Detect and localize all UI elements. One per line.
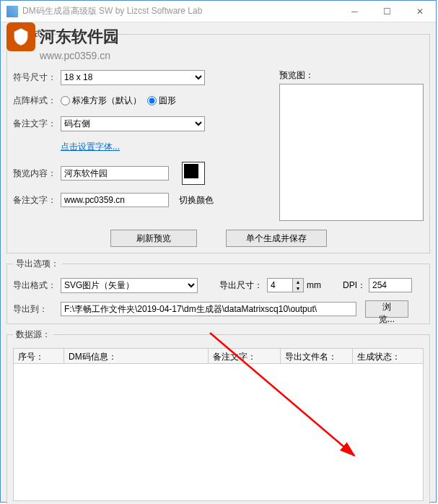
col-info: DM码信息： — [64, 349, 209, 363]
style-section: 码样式： 符号尺寸： 18 x 18 点阵样式： 标准方形（默认） 圆形 — [6, 28, 430, 253]
dpi-input[interactable] — [369, 278, 412, 292]
window-controls: ─ ☐ ✕ — [338, 1, 436, 22]
export-size-spinner[interactable]: ▲▼ — [267, 278, 304, 292]
symbol-size-label: 符号尺寸： — [13, 71, 61, 84]
titlebar: DM码生成器高级版 SW by Lizcst Software Lab ─ ☐ … — [1, 1, 436, 22]
note-position-label: 备注文字： — [13, 118, 61, 130]
close-button[interactable]: ✕ — [403, 1, 436, 22]
color-toggle[interactable] — [182, 162, 205, 185]
spinner-down-icon[interactable]: ▼ — [293, 285, 303, 292]
watermark-url: www.pc0359.cn — [40, 50, 110, 61]
dot-style-label: 点阵样式： — [13, 95, 61, 107]
watermark: 河东软件园 — [6, 22, 119, 51]
radio-circle[interactable]: 圆形 — [147, 95, 176, 107]
radio-square[interactable]: 标准方形（默认） — [61, 95, 141, 107]
export-size-label: 导出尺寸： — [219, 279, 267, 292]
minimize-button[interactable]: ─ — [338, 1, 371, 22]
app-icon — [6, 6, 18, 17]
export-format-label: 导出格式： — [13, 279, 61, 292]
spinner-up-icon[interactable]: ▲ — [293, 279, 303, 285]
watermark-text: 河东软件园 — [40, 26, 119, 48]
data-legend: 数据源： — [13, 329, 53, 341]
watermark-icon — [6, 22, 35, 51]
export-format-select[interactable]: SVG图片（矢量） — [61, 278, 198, 293]
table-body[interactable] — [13, 364, 424, 501]
browse-button[interactable]: 浏览... — [365, 300, 408, 318]
preview-label: 预览图： — [279, 69, 424, 82]
refresh-preview-button[interactable]: 刷新预览 — [110, 230, 197, 247]
export-path-input[interactable] — [61, 302, 356, 316]
dpi-label: DPI： — [343, 279, 369, 292]
save-single-button[interactable]: 单个生成并保存 — [226, 230, 327, 247]
col-seq: 序号： — [14, 349, 64, 363]
preview-content-label: 预览内容： — [13, 168, 61, 180]
data-source-section: 数据源： 序号： DM码信息： 备注文字： 导出文件名： 生成状态： 清空 当前… — [6, 329, 430, 504]
col-status: 生成状态： — [353, 349, 423, 363]
col-filename: 导出文件名： — [281, 349, 353, 363]
app-window: DM码生成器高级版 SW by Lizcst Software Lab ─ ☐ … — [0, 0, 437, 503]
table-header: 序号： DM码信息： 备注文字： 导出文件名： 生成状态： — [13, 348, 424, 364]
content-area: 河东软件园 www.pc0359.cn 码样式： 符号尺寸： 18 x 18 点… — [1, 22, 436, 504]
export-to-label: 导出到： — [13, 303, 61, 316]
color-label: 切换颜色 — [179, 194, 214, 207]
note-text-label: 备注文字： — [13, 194, 61, 207]
symbol-size-select[interactable]: 18 x 18 — [61, 70, 205, 85]
col-note: 备注文字： — [209, 349, 281, 363]
export-legend: 导出选项： — [13, 258, 62, 270]
note-text-input[interactable] — [61, 193, 169, 207]
maximize-button[interactable]: ☐ — [371, 1, 403, 22]
preview-content-input[interactable] — [61, 166, 169, 181]
size-unit: mm — [307, 280, 321, 290]
titlebar-text: DM码生成器高级版 SW by Lizcst Software Lab — [22, 5, 338, 17]
preview-box — [279, 84, 424, 221]
export-section: 导出选项： 导出格式： SVG图片（矢量） 导出尺寸： ▲▼ mm DPI： 导… — [6, 258, 430, 324]
note-position-select[interactable]: 码右侧 — [61, 116, 205, 131]
font-link[interactable]: 点击设置字体... — [61, 141, 120, 153]
